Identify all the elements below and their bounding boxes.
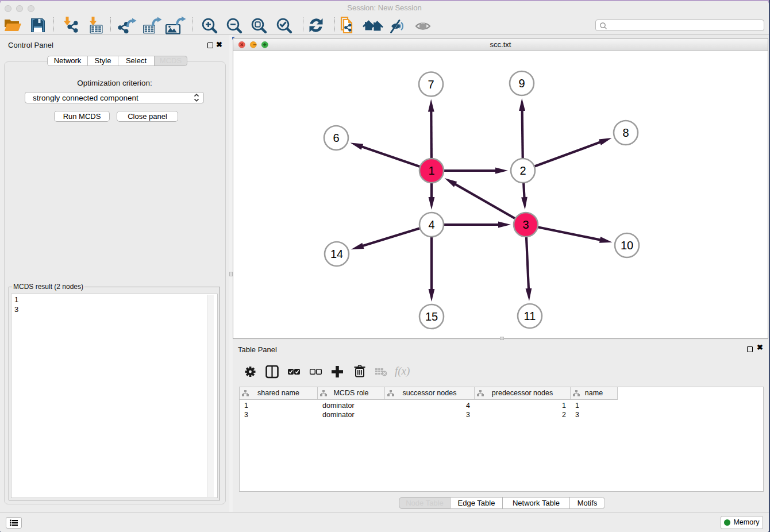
svg-text:7: 7: [428, 78, 434, 91]
svg-text:3: 3: [522, 218, 529, 231]
svg-text:10: 10: [621, 239, 633, 252]
svg-text:2: 2: [519, 164, 526, 177]
svg-text:1: 1: [428, 164, 434, 177]
svg-text:11: 11: [524, 310, 536, 322]
svg-text:6: 6: [333, 132, 339, 144]
svg-text:15: 15: [425, 310, 438, 323]
svg-text:14: 14: [330, 248, 343, 260]
svg-text:9: 9: [518, 77, 525, 90]
svg-text:8: 8: [622, 126, 629, 139]
svg-text:4: 4: [428, 218, 434, 231]
